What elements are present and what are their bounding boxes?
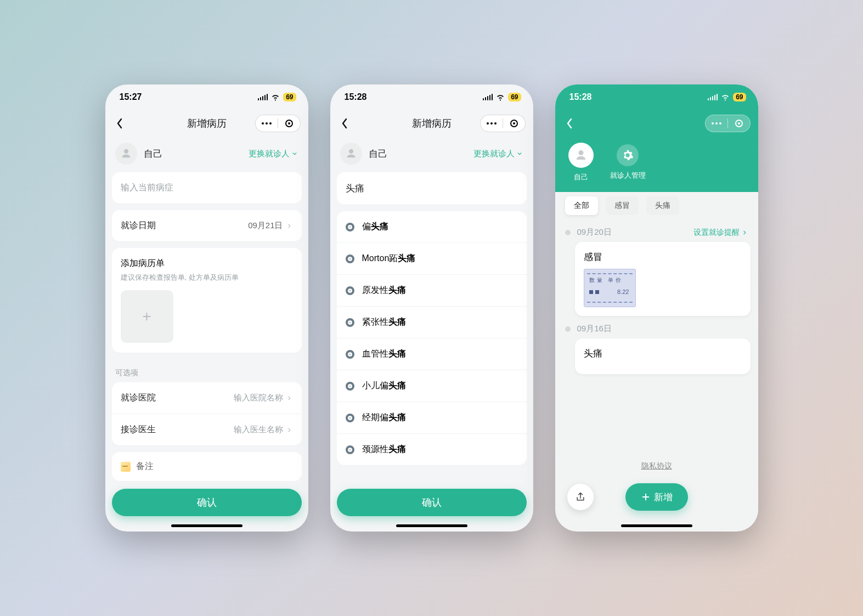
doctor-placeholder: 输入医生名称 <box>234 425 283 435</box>
bullet-icon <box>346 286 354 295</box>
record-card[interactable]: 头痛 <box>575 338 751 374</box>
patient-row: 自己 更换就诊人 <box>337 137 527 172</box>
set-reminder-link[interactable]: 设置就诊提醒 <box>693 228 748 238</box>
patient-name: 自己 <box>369 148 387 160</box>
chevron-down-icon <box>291 150 298 157</box>
status-time: 15:27 <box>120 92 142 102</box>
status-icons: 69 <box>708 93 746 101</box>
receipt-thumbnail: 数量 单价 8.22 <box>584 269 636 307</box>
record-card[interactable]: 感冒 数量 单价 8.22 <box>575 242 751 316</box>
suggestion-item[interactable]: 小儿偏头痛 <box>337 370 527 402</box>
patient-name: 自己 <box>144 148 162 160</box>
bullet-icon <box>346 350 354 359</box>
suggestion-item[interactable]: 偏头痛 <box>337 211 527 242</box>
teal-header: 15:28 69 自己 <box>555 84 758 192</box>
note-card[interactable]: 备注 <box>112 452 302 481</box>
attachment-card: 添加病历单 建议保存检查报告单, 处方单及病历单 + <box>112 248 302 353</box>
wifi-icon <box>271 93 280 101</box>
symptom-input[interactable]: 头痛 <box>337 172 527 205</box>
chevron-right-icon <box>285 426 293 434</box>
confirm-button[interactable]: 确认 <box>337 489 527 516</box>
filter-tab[interactable]: 头痛 <box>646 196 679 215</box>
confirm-button[interactable]: 确认 <box>112 489 302 516</box>
switch-patient-link[interactable]: 更换就诊人 <box>249 149 298 159</box>
optional-card: 就诊医院 输入医院名称 接诊医生 输入医生名称 <box>112 382 302 445</box>
suggestion-item[interactable]: 血管性头痛 <box>337 338 527 370</box>
back-button[interactable] <box>563 117 576 130</box>
suggestion-item[interactable]: 颈源性头痛 <box>337 433 527 465</box>
visit-date-row[interactable]: 就诊日期 09月21日 <box>112 210 302 241</box>
suggestion-item[interactable]: 原发性头痛 <box>337 274 527 306</box>
patient-self[interactable]: 自己 <box>568 143 594 182</box>
phone-add-record-suggest: 15:28 69 新增病历 自己 更换就诊人 <box>330 84 533 532</box>
add-attachment-button[interactable]: + <box>121 290 173 343</box>
symptom-placeholder: 输入当前病症 <box>121 183 173 192</box>
visit-date-label: 就诊日期 <box>121 220 156 231</box>
bullet-icon <box>346 255 354 263</box>
share-button[interactable] <box>567 484 594 510</box>
capsule-close-button[interactable] <box>728 115 750 132</box>
chevron-right-icon <box>285 394 293 402</box>
battery-badge: 69 <box>283 93 296 101</box>
suggestion-item[interactable]: 紧张性头痛 <box>337 306 527 338</box>
capsule-close-button[interactable] <box>503 115 525 132</box>
receipt-columns: 数量 单价 <box>589 276 624 284</box>
chevron-right-icon <box>285 222 293 230</box>
home-indicator <box>171 524 242 527</box>
filter-tab[interactable]: 全部 <box>565 196 598 215</box>
avatar-icon <box>115 143 137 165</box>
manage-patients[interactable]: 就诊人管理 <box>610 143 646 182</box>
doctor-row[interactable]: 接诊医生 输入医生名称 <box>112 414 302 445</box>
patient-row: 自己 更换就诊人 <box>112 137 302 172</box>
titlebar: 新增病历 <box>105 110 308 137</box>
titlebar <box>555 110 758 137</box>
signal-icon <box>258 94 268 100</box>
suggestion-item[interactable]: 经期偏头痛 <box>337 402 527 433</box>
suggestion-text: 原发性头痛 <box>362 285 406 296</box>
capsule-close-button[interactable] <box>278 115 300 132</box>
hospital-row[interactable]: 就诊医院 输入医院名称 <box>112 382 302 414</box>
suggestion-text: 紧张性头痛 <box>362 317 406 328</box>
timeline-date: 09月16日 <box>577 324 748 334</box>
gear-icon <box>617 144 639 166</box>
bullet-icon <box>346 414 354 422</box>
avatar-icon <box>340 143 362 165</box>
privacy-link[interactable]: 隐私协议 <box>555 461 758 471</box>
add-record-button[interactable]: 新增 <box>625 483 688 511</box>
status-bar: 15:27 69 <box>105 84 308 110</box>
record-title: 感冒 <box>584 251 742 263</box>
suggestion-text: 血管性头痛 <box>362 348 406 360</box>
suggestion-text: 偏头痛 <box>362 221 388 233</box>
back-button[interactable] <box>113 117 126 130</box>
miniprogram-capsule <box>705 115 751 132</box>
share-icon <box>575 491 586 502</box>
symptom-value: 头痛 <box>346 183 364 194</box>
signal-icon <box>708 94 718 100</box>
status-icons: 69 <box>258 93 296 101</box>
wifi-icon <box>496 93 505 101</box>
manage-patients-label: 就诊人管理 <box>610 171 646 180</box>
symptom-input[interactable]: 输入当前病症 <box>112 172 302 204</box>
status-time: 15:28 <box>345 92 367 102</box>
back-button[interactable] <box>338 117 351 130</box>
home-indicator <box>396 524 467 527</box>
capsule-menu-button[interactable] <box>256 115 278 132</box>
note-label: 备注 <box>136 461 154 472</box>
status-time: 15:28 <box>569 92 592 102</box>
attachment-sub: 建议保存检查报告单, 处方单及病历单 <box>121 273 293 282</box>
bullet-icon <box>346 223 354 231</box>
switch-patient-link[interactable]: 更换就诊人 <box>473 149 523 159</box>
battery-badge: 69 <box>508 93 521 101</box>
suggestion-item[interactable]: Morton跖头痛 <box>337 242 527 274</box>
chevron-right-icon <box>741 229 748 236</box>
home-indicator <box>621 524 692 527</box>
battery-badge: 69 <box>733 93 746 101</box>
bullet-icon <box>346 445 354 454</box>
plus-icon <box>641 492 651 502</box>
capsule-menu-button[interactable] <box>706 115 727 132</box>
visit-date-value: 09月21日 <box>248 221 283 231</box>
capsule-menu-button[interactable] <box>481 115 503 132</box>
note-icon <box>121 462 131 472</box>
filter-tab[interactable]: 感冒 <box>606 196 639 215</box>
suggestion-text: Morton跖头痛 <box>362 253 416 264</box>
